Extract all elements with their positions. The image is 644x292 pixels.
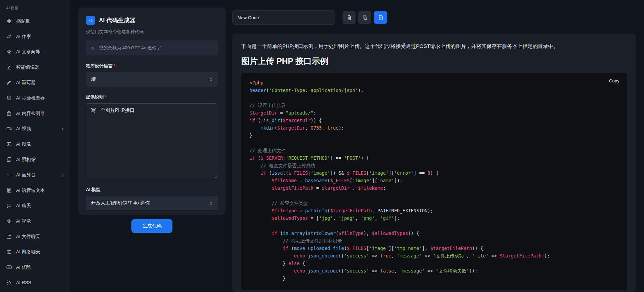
code-line xyxy=(249,192,619,199)
language-select[interactable]: 蟒 xyxy=(86,72,218,87)
voiceover-icon xyxy=(6,172,12,178)
code-line: header('Content-Type: application/json')… xyxy=(249,87,619,94)
sidebar-section-label: AI 面板 xyxy=(0,0,70,13)
result-panel: 下面是一个简单的PHP接口示例，用于处理图片上传。这个代码段将接受通过POST请… xyxy=(232,8,636,292)
sidebar-item-ai-plagiarism-checker[interactable]: AI 抄袭检查器 xyxy=(0,90,70,106)
code-line: // 移动上传文件到目标目录 xyxy=(249,237,619,244)
model-select[interactable]: 开放人工智能 |GPT 4o 迷你 xyxy=(86,196,218,210)
file-chat-icon xyxy=(6,234,12,239)
sidebar-item-dashboard[interactable]: 挡泥板 xyxy=(0,13,70,29)
model-label: AI 模型 xyxy=(86,187,218,193)
generator-header: AI 代码生成器 xyxy=(86,16,218,25)
language-label: 程序设计语言* xyxy=(86,63,218,69)
code-line: } xyxy=(249,132,619,139)
sidebar-item-ai-voiceover[interactable]: AI 画外音› xyxy=(0,167,70,183)
document-icon xyxy=(346,15,352,21)
sidebar-item-ai-article-wizard[interactable]: AI 文章向导 xyxy=(0,44,70,59)
sidebar-item-ai-image[interactable]: AI 图像 xyxy=(0,136,70,152)
youku-icon xyxy=(6,264,12,270)
sidebar-item-label: AI 图像 xyxy=(16,141,64,147)
sidebar-item-label: 挡泥板 xyxy=(16,18,64,24)
chevron-right-icon: › xyxy=(62,172,64,178)
plagiarism-checker-icon xyxy=(6,95,12,101)
code-title-input[interactable] xyxy=(232,10,335,25)
chevron-right-icon: › xyxy=(62,126,64,132)
result-heading: 图片上传 PHP 接口示例 xyxy=(241,56,627,67)
code-content: <?phpheader('Content-Type: application/j… xyxy=(249,79,619,282)
code-line: if ($_SERVER['REQUEST_METHOD'] == 'POST'… xyxy=(249,154,619,162)
copy-icon xyxy=(362,15,368,21)
sidebar-item-label: AI 文章向导 xyxy=(16,49,64,55)
code-line xyxy=(249,139,619,147)
sidebar-item-label: AI 视频 xyxy=(16,126,58,132)
sidebar-item-label: AI 网络聊天 xyxy=(16,249,64,255)
code-line xyxy=(249,94,619,102)
required-marker: * xyxy=(114,63,115,68)
code-line: $allowedTypes = ['jpg', 'jpeg', 'png', '… xyxy=(249,214,619,222)
sidebar-item-ai-photo-studio[interactable]: AI 照相馆 xyxy=(0,152,70,167)
sidebar-item-label: AI RSS xyxy=(16,280,64,285)
code-line: mkdir($targetDir, 0755, true); xyxy=(249,124,619,132)
code-generator-icon xyxy=(86,16,95,25)
sidebar-item-ai-writer[interactable]: AI 作家 xyxy=(0,29,70,44)
code-line: if (!is_dir($targetDir)) { xyxy=(249,117,619,124)
speech-to-text-icon xyxy=(6,187,12,193)
code-line: // 设置上传目录 xyxy=(249,102,619,109)
code-line: $targetDir = "uploads/"; xyxy=(249,109,619,117)
code-line: echo json_encode(['success' => true, 'me… xyxy=(249,252,619,260)
web-chat-icon xyxy=(6,249,12,255)
sidebar-item-label: AI 作家 xyxy=(16,34,64,40)
sidebar-item-label: AI 文件聊天 xyxy=(16,234,64,240)
code-line: // 检查文件是否上传成功 xyxy=(249,162,619,169)
sidebar-item-label: AI 视觉 xyxy=(16,218,64,224)
code-line: $fileName = basename($_FILES['image']['n… xyxy=(249,177,619,184)
sidebar-item-ai-youku[interactable]: AI 优酷 xyxy=(0,260,70,275)
required-marker: * xyxy=(105,94,106,99)
content-detector-icon xyxy=(6,110,12,116)
sidebar-item-smart-editor[interactable]: 智能编辑器 xyxy=(0,59,70,75)
instructions-textarea[interactable]: 写一个图片PHP接口 xyxy=(86,103,218,179)
code-line: // 检查文件类型 xyxy=(249,199,619,207)
save-button[interactable] xyxy=(374,11,387,24)
code-line: if (isset($_FILES['image']) && $_FILES['… xyxy=(249,169,619,177)
code-line xyxy=(249,222,619,229)
generator-actions: 生成代码 xyxy=(86,219,218,233)
sidebar-item-label: AI 聊天 xyxy=(16,203,64,209)
app-root: AI 面板 挡泥板AI 作家AI 文章向导智能编辑器AI 重写器AI 抄袭检查器… xyxy=(0,0,644,292)
sidebar-item-label: AI 画外音 xyxy=(16,172,58,178)
code-line: } else { xyxy=(249,260,619,267)
sidebar-item-ai-rewriter[interactable]: AI 重写器 xyxy=(0,75,70,90)
vision-icon xyxy=(6,218,12,224)
code-line: $targetFilePath = $targetDir . $fileName… xyxy=(249,184,619,192)
language-select-value: 蟒 xyxy=(91,76,208,82)
sidebar-item-ai-speech-to-text[interactable]: AI 语音转文本 xyxy=(0,183,70,198)
code-line: if (move_uploaded_file($_FILES['image'][… xyxy=(249,244,619,252)
dashboard-icon xyxy=(6,18,12,24)
code-line: } xyxy=(249,275,619,282)
image-icon xyxy=(6,141,12,147)
sidebar-item-ai-chat[interactable]: AI 聊天 xyxy=(0,198,70,213)
rss-icon xyxy=(6,280,12,286)
select-caret-icon xyxy=(208,77,214,82)
code-block: Copy <?phpheader('Content-Type: applicat… xyxy=(241,73,627,290)
sidebar-item-ai-vision[interactable]: AI 视觉 xyxy=(0,213,70,229)
generator-card: AI 代码生成器 仅使用文本命令创建各种代码 您的余额为 400 GPT 4o … xyxy=(78,8,226,215)
sidebar-item-ai-file-chat[interactable]: AI 文件聊天 xyxy=(0,229,70,244)
sidebar-item-ai-video[interactable]: AI 视频› xyxy=(0,121,70,136)
copy-button[interactable] xyxy=(358,11,371,24)
sidebar-item-label: AI 照相馆 xyxy=(16,157,64,163)
article-wizard-icon xyxy=(6,49,12,55)
result-card: 下面是一个简单的PHP接口示例，用于处理图片上传。这个代码段将接受通过POST请… xyxy=(232,34,636,292)
sidebar-item-ai-web-chat[interactable]: AI 网络聊天 xyxy=(0,244,70,260)
rewriter-icon xyxy=(6,80,12,85)
smart-editor-icon xyxy=(6,64,12,70)
generator-title: AI 代码生成器 xyxy=(99,16,136,24)
sidebar-item-ai-rss[interactable]: AI RSS xyxy=(0,275,70,290)
sidebar-item-ai-content-detector[interactable]: AI 内容检测器 xyxy=(0,106,70,121)
save-icon xyxy=(378,15,384,21)
chat-icon xyxy=(6,203,12,209)
generate-code-button[interactable]: 生成代码 xyxy=(131,219,172,233)
document-button[interactable] xyxy=(343,11,356,24)
sidebar-item-label: AI 抄袭检查器 xyxy=(16,95,64,101)
copy-code-button[interactable]: Copy xyxy=(609,78,619,83)
